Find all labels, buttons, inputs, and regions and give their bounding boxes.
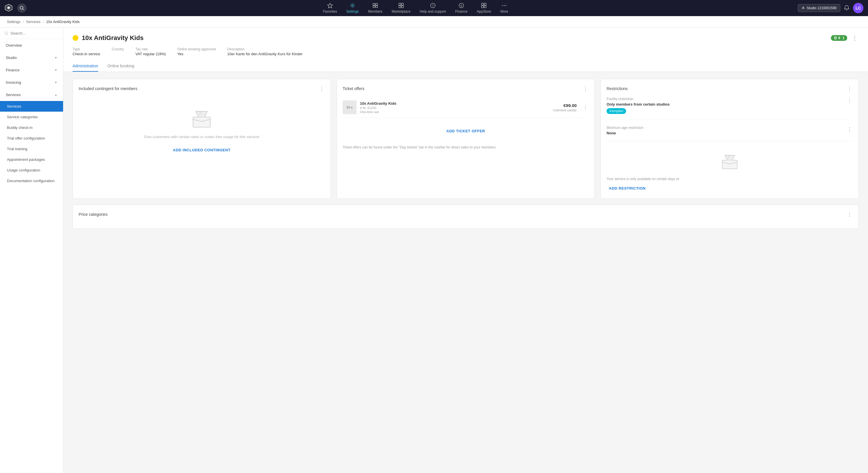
min-age-restriction: Minimum age restriction None ⋮ xyxy=(607,126,853,141)
svg-marker-5 xyxy=(328,3,332,8)
sidebar-item-services-parent[interactable]: Services ▲ xyxy=(0,89,63,101)
card-title-restrictions: Restrictions xyxy=(607,86,627,91)
restrictions-empty-icon: ? xyxy=(720,153,740,170)
sidebar-item-buddy-checkin[interactable]: Buddy check-in xyxy=(0,122,63,133)
main-content: 10x AntiGravity Kids 9 1 ⋮ Type Check-in… xyxy=(63,28,868,473)
svg-line-4 xyxy=(23,9,24,10)
sidebar-item-studio[interactable]: Studio ▼ xyxy=(0,52,63,64)
price-categories-card: Price categories ⋮ xyxy=(72,205,859,229)
sidebar-item-trial-offer[interactable]: Trial offer configuration xyxy=(0,133,63,143)
svg-text:?: ? xyxy=(727,155,730,159)
nav-more[interactable]: More xyxy=(500,3,508,13)
nav-right: Studio 1210001590 LC xyxy=(798,3,863,13)
svg-rect-22 xyxy=(484,6,486,8)
facility-restriction-header: Facility restriction Only members from c… xyxy=(607,97,853,114)
facility-restriction-tag: Kempten xyxy=(607,108,626,114)
sidebar-item-trial-training[interactable]: Trial training xyxy=(0,143,63,154)
search-icon xyxy=(5,31,8,35)
sidebar-item-appointment-packages[interactable]: Appointment packages xyxy=(0,154,63,165)
add-ticket-offer-button[interactable]: ADD TICKET OFFER xyxy=(444,127,487,136)
search-button[interactable] xyxy=(17,3,27,13)
nav-marketplace[interactable]: Marketplace xyxy=(392,3,410,13)
restrictions-card: Restrictions ⋮ Facility restriction Only… xyxy=(600,79,859,199)
service-badge: 9 1 xyxy=(831,35,847,41)
notifications-button[interactable] xyxy=(844,5,849,11)
nav-help[interactable]: ? Help and support xyxy=(420,3,446,13)
nav-settings[interactable]: Settings xyxy=(346,3,359,13)
logo[interactable] xyxy=(5,4,13,13)
ticket-thumbnail: 10 x xyxy=(343,100,356,114)
service-header: 10x AntiGravity Kids 9 1 ⋮ Type Check-in… xyxy=(63,28,868,72)
studio-selector[interactable]: Studio 1210001590 xyxy=(798,4,840,12)
tab-online-booking[interactable]: Online booking xyxy=(107,61,134,72)
contingent-empty-icon: ? xyxy=(190,108,213,130)
ticket-info: 10x AntiGravity Kids It Nr. 61230 One-ti… xyxy=(360,101,550,114)
sidebar-item-overview[interactable]: Overview xyxy=(0,39,63,52)
price-menu-button[interactable]: ⋮ xyxy=(846,211,853,218)
nav-members[interactable]: Members xyxy=(368,3,382,13)
contingent-menu-button[interactable]: ⋮ xyxy=(318,85,325,92)
tickets-menu-button[interactable]: ⋮ xyxy=(582,85,589,92)
nav-finance[interactable]: € Finance xyxy=(455,3,468,13)
service-meta: Type Check-in service Country Tax rate V… xyxy=(72,47,859,56)
add-restriction-button[interactable]: ADD RESTRICTION xyxy=(607,184,648,193)
svg-rect-11 xyxy=(399,3,401,5)
breadcrumb-settings[interactable]: Settings xyxy=(7,20,21,24)
card-title-tickets: Ticket offers xyxy=(343,86,364,91)
breadcrumb-services[interactable]: Services xyxy=(26,20,41,24)
sidebar-item-finance[interactable]: Finance ▼ xyxy=(0,64,63,76)
sidebar-item-doc-config[interactable]: Documentation configuration xyxy=(0,175,63,186)
card-header-price: Price categories ⋮ xyxy=(79,211,853,218)
restrictions-empty-text: Your service is only available on certai… xyxy=(607,176,853,181)
restrictions-menu-button[interactable]: ⋮ xyxy=(846,85,853,92)
contingent-empty-text: Give customers with certain rates or cod… xyxy=(144,134,259,140)
meta-online-booking: Online booking approved Yes xyxy=(177,47,216,56)
svg-point-24 xyxy=(504,5,505,6)
add-contingent-button[interactable]: ADD INCLUDED CONTINGENT xyxy=(170,145,233,155)
sidebar: Overview Studio ▼ Finance ▼ Invoicing ▼ … xyxy=(0,28,63,473)
service-status-dot xyxy=(72,35,78,41)
included-contingent-card: Included contingent for members ⋮ ? xyxy=(72,79,331,199)
cards-row: Included contingent for members ⋮ ? xyxy=(72,79,859,199)
ticket-usage: One-time use xyxy=(360,110,550,114)
sidebar-item-invoicing[interactable]: Invoicing ▼ xyxy=(0,76,63,89)
location-icon xyxy=(834,36,837,40)
sidebar-item-services[interactable]: Services xyxy=(0,101,63,112)
sidebar-search-input[interactable] xyxy=(10,31,58,35)
chevron-up-icon: ▲ xyxy=(55,93,57,96)
card-header-tickets: Ticket offers ⋮ xyxy=(343,85,589,92)
card-title-contingent: Included contingent for members xyxy=(79,86,137,91)
nav-appstore[interactable]: AppStore xyxy=(476,3,491,13)
svg-text:?: ? xyxy=(199,111,202,116)
min-age-restriction-menu-button[interactable]: ⋮ xyxy=(846,126,853,133)
meta-description: Description 10er Karte für den AntiGravi… xyxy=(227,47,303,56)
service-title-left: 10x AntiGravity Kids xyxy=(72,34,144,42)
svg-rect-10 xyxy=(376,6,377,7)
content-area: Included contingent for members ⋮ ? xyxy=(63,72,868,236)
svg-rect-19 xyxy=(482,3,484,5)
sidebar-search-container xyxy=(0,28,63,39)
nav-items: Favorites Settings Members Marketplace ?… xyxy=(33,3,798,13)
sidebar-item-service-categories[interactable]: Service categories xyxy=(0,112,63,122)
svg-point-3 xyxy=(20,6,23,9)
facility-restriction-menu-button[interactable]: ⋮ xyxy=(846,97,853,104)
ticket-item-menu-button[interactable]: ⋮ xyxy=(582,104,589,111)
svg-rect-21 xyxy=(482,6,484,8)
sidebar-item-usage-config[interactable]: Usage configuration xyxy=(0,165,63,175)
svg-rect-20 xyxy=(484,3,486,5)
contingent-empty-state: ? Give customers with certain rates or c… xyxy=(79,97,325,166)
nav-favorites[interactable]: Favorites xyxy=(323,3,337,13)
user-avatar[interactable]: LC xyxy=(853,3,863,13)
svg-rect-32 xyxy=(722,160,737,169)
svg-rect-8 xyxy=(376,3,377,5)
top-navigation: Favorites Settings Members Marketplace ?… xyxy=(0,0,868,16)
meta-type: Type Check-in service xyxy=(72,47,100,56)
empty-box-icon: ? xyxy=(190,108,213,129)
facility-restriction: Facility restriction Only members from c… xyxy=(607,97,853,120)
svg-point-29 xyxy=(835,37,836,39)
service-more-button[interactable]: ⋮ xyxy=(851,33,859,42)
tab-administration[interactable]: Administration xyxy=(72,61,98,72)
svg-rect-30 xyxy=(193,117,210,127)
card-header-contingent: Included contingent for members ⋮ xyxy=(79,85,325,92)
svg-rect-7 xyxy=(373,3,375,5)
